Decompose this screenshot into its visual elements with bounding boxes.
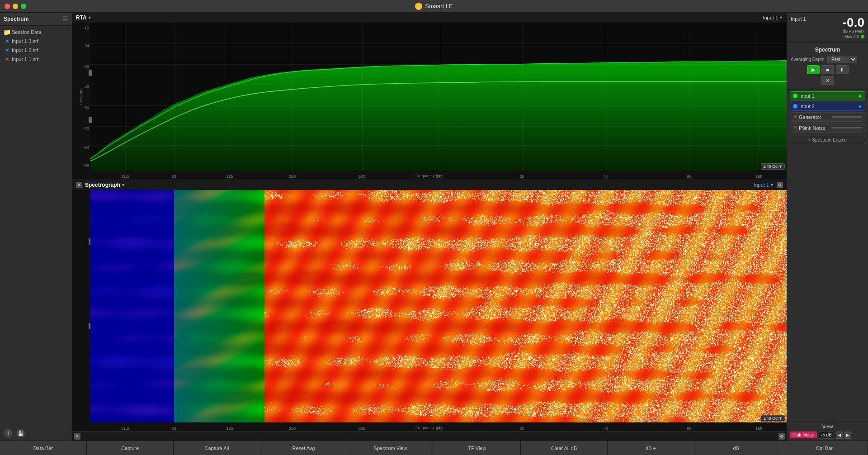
rta-y-axis: Level (dB) -12 -24 -36 -48 -60 -72 -84 -…	[72, 23, 90, 171]
db-value-display: -5 dB	[819, 431, 834, 439]
sidebar-title: Spectrum	[4, 16, 28, 22]
max-dot-indicator	[861, 35, 864, 38]
engine-input-1-arrow[interactable]: ▶	[859, 94, 862, 98]
engine-input-2-arrow[interactable]: ▶	[859, 104, 862, 109]
x-icon-red-1: ✕	[4, 56, 10, 62]
sidebar-save-button[interactable]: 💾	[16, 429, 25, 438]
engine-p9ink-noise-slider[interactable]	[831, 127, 862, 128]
tools-button[interactable]: ✕	[821, 76, 834, 85]
play-button[interactable]: ▶	[807, 65, 820, 74]
sidebar-item-input-1-3[interactable]: ✕ Input 1-3.srf	[0, 37, 72, 46]
averaging-depth-label: Averaging Depth:	[791, 57, 826, 62]
rta-panel: RTA ▼ Input 1 ▼ Level (dB) -12 -24 -36 -…	[72, 13, 787, 180]
engine-p9ink-noise-label: P9ink Noise	[799, 125, 830, 131]
max-line: Max 0.0	[843, 34, 864, 39]
engine-p9ink-noise[interactable]: ✕ P9ink Noise	[790, 123, 865, 133]
engine-input-2[interactable]: Input 2 ▶	[790, 102, 865, 111]
spectrograph-panel-header: ✕ Spectrograph ▼ Input 1 ▼ ⚙	[72, 180, 787, 190]
add-engine-button[interactable]: + Spectrum Engine	[790, 136, 865, 144]
sidebar-info-button[interactable]: ℹ	[4, 429, 13, 438]
averaging-depth-row: Averaging Depth: Fast Medium Slow	[791, 56, 864, 63]
spectrum-controls-section: Spectrum Averaging Depth: Fast Medium Sl…	[787, 43, 868, 90]
rta-x-axis-label: Frequency (Hz)	[415, 174, 443, 178]
rta-resolution-badge[interactable]: 1/48 Oct▼	[761, 163, 785, 170]
toolbar-capture[interactable]: Capture	[87, 441, 174, 455]
engine-list: Input 1 ▶ Input 2 ▶ ✕ Generator ✕ P9ink …	[787, 90, 868, 134]
sidebar-item-session-data[interactable]: 📁 Session Data	[0, 28, 72, 37]
engine-input-1-label: Input 1	[799, 93, 857, 99]
main-layout: Spectrum ☰ 📁 Session Data ✕ Input 1-3.sr…	[0, 13, 868, 441]
engine-p9ink-noise-x[interactable]: ✕	[793, 125, 797, 131]
right-panel-input-name: Input 1	[791, 16, 806, 22]
engine-input-2-label: Input 2	[799, 104, 857, 109]
engine-generator-slider[interactable]	[831, 116, 862, 118]
spectrograph-bottom-bar: ✕ ⚙	[72, 431, 787, 441]
toolbar-ctrl-bar[interactable]: Ctrl Bar	[781, 441, 868, 455]
toolbar-data-bar[interactable]: Data Bar	[0, 441, 87, 455]
spectrograph-close-button[interactable]: ✕	[76, 182, 82, 188]
pause-button[interactable]: ⏸	[836, 65, 849, 74]
engine-input-1[interactable]: Input 1 ▶	[790, 91, 865, 100]
sidebar-input-1-2-label: Input 1-2.srf	[12, 47, 38, 53]
view-controls: Pink Noise -5 dB ◀ ▶	[790, 431, 865, 439]
toolbar-clear-all-db[interactable]: Clear All dB	[521, 441, 608, 455]
engine-generator[interactable]: ✕ Generator	[790, 112, 865, 122]
peak-unit: dB FS Peak	[843, 29, 864, 33]
spectrograph-settings-button[interactable]: ⚙	[777, 182, 783, 188]
right-peak-section: Input 1 -0.0 dB FS Peak Max 0.0	[787, 13, 868, 43]
traffic-lights	[5, 4, 26, 9]
sidebar-input-1-3-label: Input 1-3.srf	[12, 38, 38, 44]
minimize-button[interactable]	[13, 4, 18, 9]
sidebar-items: 📁 Session Data ✕ Input 1-3.srf ✕ Input 1…	[0, 26, 72, 66]
toolbar-spectrum-view[interactable]: Spectrum View	[347, 441, 434, 455]
spectrograph-resolution-badge[interactable]: 1/48 Oct▼	[761, 415, 785, 422]
averaging-depth-select[interactable]: Fast Medium Slow	[827, 56, 857, 63]
view-prev-button[interactable]: ◀	[836, 431, 843, 439]
view-next-button[interactable]: ▶	[844, 431, 851, 439]
stop-button[interactable]: ■	[821, 65, 834, 74]
sidebar-header: Spectrum ☰	[0, 13, 72, 26]
peak-display: -0.0 dB FS Peak Max 0.0	[843, 16, 864, 39]
toolbar-db-plus[interactable]: dB +	[608, 441, 694, 455]
sidebar-footer: ℹ 💾	[0, 426, 72, 441]
transport-controls: ▶ ■ ⏸	[791, 65, 864, 74]
tools-row: ✕	[791, 76, 864, 85]
engine-generator-x[interactable]: ✕	[793, 114, 797, 120]
engine-dot-green	[793, 94, 797, 98]
toolbar-tf-view[interactable]: TF View	[434, 441, 521, 455]
spectrograph-title: Spectrograph	[85, 182, 120, 188]
pink-noise-button[interactable]: Pink Noise	[790, 431, 817, 438]
engine-generator-label: Generator	[799, 114, 830, 120]
maximize-button[interactable]	[21, 4, 26, 9]
spectrum-controls-title: Spectrum	[791, 47, 864, 53]
rta-input-label: Input 1	[763, 15, 778, 20]
spectrograph-canvas	[90, 190, 787, 422]
sidebar-session-data-label: Session Data	[12, 29, 41, 35]
rta-input-dropdown[interactable]: ▼	[779, 15, 783, 20]
view-title: View	[790, 424, 865, 429]
spectrograph-bottom-close[interactable]: ✕	[74, 433, 80, 440]
sidebar-menu-icon[interactable]: ☰	[62, 15, 68, 23]
app-icon	[415, 3, 422, 10]
spectrograph-x-axis-label: Frequency (Hz)	[415, 426, 443, 430]
rta-dropdown-arrow[interactable]: ▼	[88, 15, 92, 20]
right-view-section: View Pink Noise -5 dB ◀ ▶	[787, 422, 868, 441]
peak-value: -0.0	[843, 16, 864, 29]
spectrograph-input-dropdown[interactable]: ▼	[770, 183, 774, 187]
sidebar-item-input-1-2[interactable]: ✕ Input 1-2.srf	[0, 46, 72, 55]
toolbar-reset-avg[interactable]: Reset Avg	[260, 441, 347, 455]
rta-chart-svg-area	[90, 23, 787, 171]
toolbar-capture-all[interactable]: Capture All	[174, 441, 260, 455]
spectrograph-panel: ✕ Spectrograph ▼ Input 1 ▼ ⚙	[72, 180, 787, 441]
spectrograph-bottom-settings[interactable]: ⚙	[778, 433, 785, 440]
spectrograph-dropdown-arrow[interactable]: ▼	[121, 183, 125, 187]
close-button[interactable]	[5, 4, 10, 9]
rta-chart-area: Level (dB) -12 -24 -36 -48 -60 -72 -84 -…	[72, 23, 787, 180]
rta-title: RTA	[76, 14, 87, 21]
sidebar-item-input-1-1[interactable]: ✕ Input 1-1.srf	[0, 55, 72, 64]
app-title-area: Smaart LE	[415, 3, 453, 10]
rta-y-axis-label: Level (dB)	[79, 88, 83, 104]
app-title: Smaart LE	[425, 3, 453, 9]
toolbar-db-minus[interactable]: dB -	[694, 441, 781, 455]
spectrograph-y-axis	[72, 190, 90, 422]
